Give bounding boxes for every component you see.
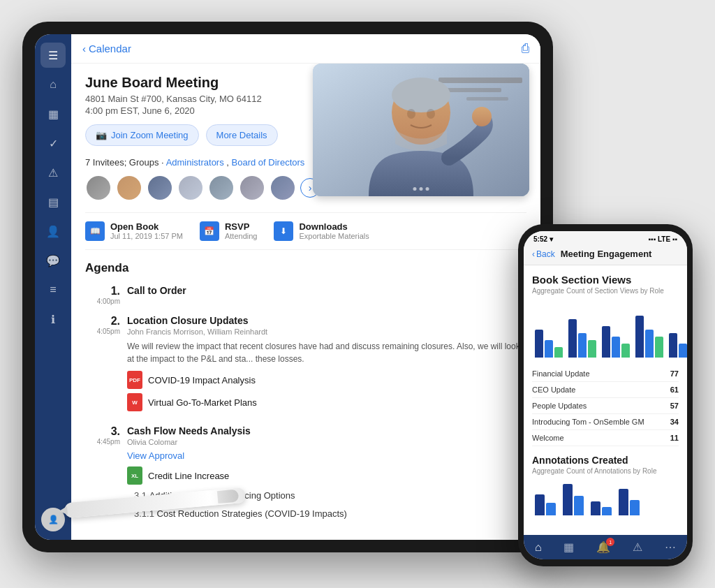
stat-label-5: Welcome bbox=[532, 434, 564, 442]
phone-nav-board[interactable]: ▦ bbox=[563, 541, 574, 554]
view-approval-link[interactable]: View Approval bbox=[127, 450, 526, 461]
chart-group-3 bbox=[602, 326, 630, 358]
agenda-body-1: Call to Order bbox=[127, 285, 526, 305]
sidebar-icon-info[interactable]: ℹ bbox=[40, 307, 66, 332]
anno-bar-1 bbox=[535, 494, 545, 515]
avatar-7[interactable] bbox=[270, 175, 296, 201]
sidebar-icon-check[interactable]: ✓ bbox=[40, 131, 66, 156]
svg-rect-1 bbox=[438, 78, 522, 83]
phone-content: Book Section Views Aggregate Count of Se… bbox=[524, 265, 687, 535]
administrators-link[interactable]: Administrators bbox=[166, 157, 224, 168]
anno-group-3 bbox=[591, 501, 612, 515]
agenda-presenters-2: John Francis Morrison, William Reinhardt bbox=[127, 328, 526, 336]
sidebar-icon-alert[interactable]: ⚠ bbox=[40, 160, 66, 185]
sidebar-icon-list[interactable]: ≡ bbox=[40, 277, 66, 302]
phone-back-button[interactable]: ‹ Back bbox=[532, 249, 555, 259]
phone-nav-more[interactable]: ⋯ bbox=[665, 541, 676, 554]
agenda-num-col-1: 1. 4:00pm bbox=[85, 285, 120, 305]
bar-mid-1 bbox=[545, 340, 553, 358]
zoom-button[interactable]: 📷 Join Zoom Meeting bbox=[85, 124, 199, 146]
anno-group-4 bbox=[619, 489, 640, 515]
chart-group-5 bbox=[669, 333, 687, 358]
agenda-num-2: 2. bbox=[85, 315, 120, 328]
sidebar-icon-docs[interactable]: ▦ bbox=[40, 101, 66, 126]
meeting-title: June Board Meeting bbox=[85, 75, 351, 91]
phone-nav-notifications[interactable]: 🔔 1 bbox=[596, 541, 610, 554]
status-rsvp: 📅 RSVP Attending bbox=[200, 221, 257, 241]
agenda-time-2: 4:05pm bbox=[85, 328, 120, 335]
bar-mid-4 bbox=[645, 330, 654, 358]
avatar-2[interactable] bbox=[116, 175, 142, 201]
sidebar-icon-user[interactable]: 👤 bbox=[40, 219, 66, 244]
video-controls bbox=[413, 187, 429, 191]
sidebar-icon-home[interactable]: ⌂ bbox=[40, 72, 66, 97]
phone-bottom-nav: ⌂ ▦ 🔔 1 ⚠ ⋯ bbox=[524, 535, 687, 559]
phone-nav-alerts[interactable]: ⚠ bbox=[633, 541, 642, 554]
sidebar-icon-menu[interactable]: ☰ bbox=[40, 43, 66, 68]
bar-green-3 bbox=[621, 344, 630, 358]
avatar-4[interactable] bbox=[177, 175, 204, 201]
doc-name-2: Virtual Go-To-Market Plans bbox=[148, 397, 257, 408]
downloads-text: Downloads Exportable Materials bbox=[299, 221, 369, 240]
phone-section2-sub: Aggregate Count of Annotations by Role bbox=[532, 467, 679, 475]
stat-label-4: Introducing Tom - OnSemble GM bbox=[532, 418, 644, 426]
rsvp-status: Attending bbox=[225, 232, 257, 240]
svg-point-5 bbox=[392, 78, 450, 112]
anno-bar-mid-3 bbox=[602, 507, 612, 515]
agenda-item-1: 1. 4:00pm Call to Order bbox=[85, 285, 526, 305]
phone-section1-title: Book Section Views bbox=[532, 274, 679, 286]
bar-green-1 bbox=[554, 347, 563, 358]
status-open-book: 📖 Open Book Jul 11, 2019 1:57 PM bbox=[85, 221, 183, 241]
tablet: ☰ ⌂ ▦ ✓ ⚠ ▤ 👤 💬 ≡ ℹ 👤 ‹ Calendar bbox=[22, 22, 553, 552]
downloads-icon: ⬇ bbox=[274, 221, 293, 241]
agenda-title-2: Location Closure Updates bbox=[127, 315, 526, 326]
content-area: June Board Meeting 4801 Main St #700, Ka… bbox=[71, 64, 540, 540]
video-thumbnail[interactable] bbox=[313, 64, 529, 196]
bar-mid-5 bbox=[679, 344, 687, 358]
book-section-chart bbox=[532, 302, 679, 358]
share-icon[interactable]: ⎙ bbox=[522, 41, 529, 56]
avatar-6[interactable] bbox=[239, 175, 265, 201]
doc-item-3[interactable]: XL Credit Line Increase bbox=[127, 466, 526, 485]
sub-item-title-2: Cost Reduction Strategies (COVID-19 Impa… bbox=[157, 508, 347, 519]
stat-row-2: CEO Update 61 bbox=[532, 382, 679, 398]
bar-dark-4 bbox=[635, 316, 644, 358]
phone-nav-home[interactable]: ⌂ bbox=[535, 541, 542, 554]
doc-name-1: COVID-19 Impact Analysis bbox=[148, 375, 256, 385]
phone-stats: Financial Update 77 CEO Update 61 People… bbox=[532, 366, 679, 446]
doc-item-1[interactable]: PDF COVID-19 Impact Analysis bbox=[127, 371, 526, 389]
stat-row-3: People Updates 57 bbox=[532, 398, 679, 414]
phone-time: 5:52 ▾ bbox=[533, 235, 553, 243]
agenda-desc-2: We will review the impact that recent cl… bbox=[127, 340, 526, 365]
more-details-button[interactable]: More Details bbox=[206, 124, 278, 146]
agenda-title-3: Cash Flow Needs Analysis bbox=[127, 425, 526, 436]
word-icon-1: W bbox=[127, 393, 142, 411]
rsvp-label: RSVP bbox=[225, 221, 257, 232]
open-book-text: Open Book Jul 11, 2019 1:57 PM bbox=[110, 221, 183, 240]
stat-value-2: 61 bbox=[670, 385, 679, 394]
chart-group-1 bbox=[535, 330, 563, 358]
phone: 5:52 ▾ ▪▪▪ LTE ▪▪ ‹ Back Meeting Engagem… bbox=[518, 224, 693, 566]
stat-value-3: 57 bbox=[670, 402, 679, 410]
anno-bar-mid-1 bbox=[546, 503, 556, 515]
phone-home-icon: ⌂ bbox=[535, 541, 542, 554]
avatar-3[interactable] bbox=[147, 175, 173, 201]
sidebar-icon-chat[interactable]: 💬 bbox=[40, 248, 66, 273]
agenda-time-1: 4:00pm bbox=[85, 297, 120, 305]
bar-dark-5 bbox=[669, 333, 677, 358]
excel-icon-1: XL bbox=[127, 466, 142, 485]
svg-rect-2 bbox=[445, 88, 501, 92]
phone-alert-icon: ⚠ bbox=[633, 541, 642, 554]
status-downloads: ⬇ Downloads Exportable Materials bbox=[274, 221, 369, 241]
avatar-5[interactable] bbox=[208, 175, 235, 201]
back-button[interactable]: ‹ Calendar bbox=[82, 43, 131, 54]
agenda-item-2: 2. 4:05pm Location Closure Updates John … bbox=[85, 315, 526, 416]
bar-dark-2 bbox=[568, 319, 577, 358]
rsvp-icon: 📅 bbox=[200, 221, 219, 241]
board-directors-link[interactable]: Board of Directors bbox=[232, 157, 305, 168]
sidebar: ☰ ⌂ ▦ ✓ ⚠ ▤ 👤 💬 ≡ ℹ 👤 bbox=[35, 34, 71, 540]
doc-item-2[interactable]: W Virtual Go-To-Market Plans bbox=[127, 393, 526, 411]
sidebar-icon-folder[interactable]: ▤ bbox=[40, 189, 66, 214]
avatar-1[interactable] bbox=[85, 175, 112, 201]
sub-item-2: 3.1.1 Cost Reduction Strategies (COVID-1… bbox=[134, 507, 526, 520]
